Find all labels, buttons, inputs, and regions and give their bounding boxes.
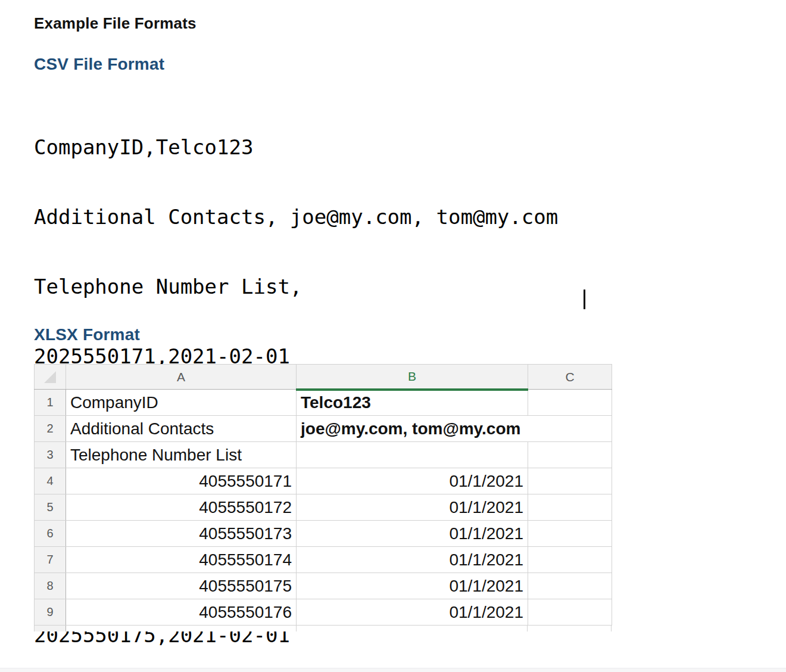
column-header-row: A B C [35,365,612,390]
row-header-5[interactable]: 5 [35,494,66,521]
partial-row-10 [34,626,612,631]
csv-line: CompanyID,Telco123 [34,136,558,159]
row-header-1[interactable]: 1 [35,390,66,416]
cell-a8[interactable]: 4055550175 [66,573,297,599]
row-header-2[interactable]: 2 [35,416,66,442]
document-page: Example File Formats CSV File Format Com… [0,0,786,672]
cell-c10-cut [528,626,612,631]
cell-b6[interactable]: 01/1/2021 [297,521,528,547]
cell-b7[interactable]: 01/1/2021 [297,547,528,573]
cell-b4[interactable]: 01/1/2021 [297,468,528,494]
row-header-3[interactable]: 3 [35,442,66,468]
column-header-a[interactable]: A [66,365,297,390]
cell-c8[interactable] [528,573,612,599]
select-all-triangle-icon [44,371,56,383]
row-header-4[interactable]: 4 [35,468,66,494]
spreadsheet-grid: A B C 1 CompanyID Telco123 2 Additional … [34,364,612,626]
cell-c6[interactable] [528,521,612,547]
sheet-row: 3 Telephone Number List [35,442,612,468]
cell-a3[interactable]: Telephone Number List [66,442,297,468]
cell-c3[interactable] [528,442,612,468]
page-title: Example File Formats [34,14,196,33]
sheet-row: 1 CompanyID Telco123 [35,390,612,416]
sheet-row: 5 4055550172 01/1/2021 [35,494,612,521]
sheet-row: 8 4055550175 01/1/2021 [35,573,612,599]
cell-a6[interactable]: 4055550173 [66,521,297,547]
cell-c1[interactable] [528,390,612,416]
cell-a7[interactable]: 4055550174 [66,547,297,573]
csv-section-heading: CSV File Format [34,55,164,74]
row-header-7[interactable]: 7 [35,547,66,573]
bottom-edge-band [0,668,786,672]
cell-a10-cut [66,626,297,631]
cell-c5[interactable] [528,494,612,521]
cell-b10-cut [297,626,528,631]
row-header-9[interactable]: 9 [35,599,66,626]
sheet-row: 9 4055550176 01/1/2021 [35,599,612,626]
cell-b9[interactable]: 01/1/2021 [297,599,528,626]
cell-a2[interactable]: Additional Contacts [66,416,297,442]
xlsx-section-heading: XLSX Format [34,325,140,344]
sheet-row: 6 4055550173 01/1/2021 [35,521,612,547]
sheet-row: 2 Additional Contacts joe@my.com, tom@my… [35,416,612,442]
cell-b8[interactable]: 01/1/2021 [297,573,528,599]
select-all-corner[interactable] [35,365,66,390]
cell-c4[interactable] [528,468,612,494]
cell-a4[interactable]: 4055550171 [66,468,297,494]
sheet-row: 7 4055550174 01/1/2021 [35,547,612,573]
csv-line: Telephone Number List, [34,275,558,298]
cell-b2[interactable]: joe@my.com, tom@my.com [297,416,528,442]
column-header-c[interactable]: C [528,365,612,390]
cell-b5[interactable]: 01/1/2021 [297,494,528,521]
row-header-8[interactable]: 8 [35,573,66,599]
cell-b1[interactable]: Telco123 [297,390,528,416]
cell-b3[interactable] [297,442,528,468]
csv-line: Additional Contacts, joe@my.com, tom@my.… [34,206,558,229]
xlsx-spreadsheet: A B C 1 CompanyID Telco123 2 Additional … [34,364,612,631]
cell-a1[interactable]: CompanyID [66,390,297,416]
cell-c2[interactable] [528,416,612,442]
cell-a5[interactable]: 4055550172 [66,494,297,521]
row-header-6[interactable]: 6 [35,521,66,547]
cell-a9[interactable]: 4055550176 [66,599,297,626]
row-header-10-cut [35,626,66,631]
sheet-row: 4 4055550171 01/1/2021 [35,468,612,494]
text-cursor [584,290,585,309]
column-header-b[interactable]: B [297,365,528,390]
cell-c7[interactable] [528,547,612,573]
cell-c9[interactable] [528,599,612,626]
